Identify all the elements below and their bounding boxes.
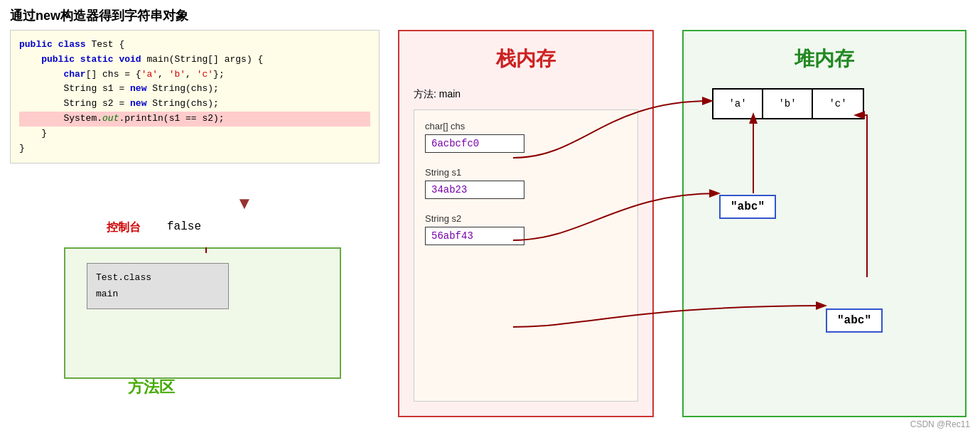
stack-var-label-s2: String s2	[425, 213, 627, 224]
stack-addr-s2: 56abf43	[425, 227, 524, 245]
stack-title: 栈内存	[496, 45, 556, 72]
method-inner-box: Test.class main	[87, 263, 229, 309]
stack-var-s2: String s2 56abf43	[425, 213, 627, 245]
stack-var-s1: String s1 34ab23	[425, 167, 627, 199]
heap-title: 堆内存	[795, 45, 854, 72]
code-block: public class Test { public static void m…	[10, 30, 379, 163]
stack-frame: char[] chs 6acbcfc0 String s1 34ab23 Str…	[414, 109, 638, 402]
page-title: 通过new构造器得到字符串对象	[10, 7, 188, 24]
watermark: CSDN @Rec11	[910, 419, 970, 429]
code-line-4: String s1 = new String(chs);	[19, 82, 370, 97]
class-name: Test.class	[96, 269, 220, 286]
console-value: false	[167, 220, 201, 233]
stack-var-chs: char[] chs 6acbcfc0	[425, 121, 627, 153]
stack-addr-s1: 34ab23	[425, 181, 524, 199]
down-arrow-icon: ▼	[236, 193, 253, 213]
heap-memory-box: 堆内存 'a' 'b' 'c' "abc" "abc"	[682, 30, 966, 417]
heap-string-1: "abc"	[719, 195, 776, 219]
heap-string-2: "abc"	[826, 308, 883, 333]
stack-addr-chs: 6acbcfc0	[425, 134, 524, 153]
code-line-3: char[] chs = {'a', 'b', 'c'};	[19, 68, 370, 82]
method-area-box: Test.class main	[64, 247, 341, 379]
method-name: main	[96, 286, 220, 302]
stack-var-label-s1: String s1	[425, 167, 627, 178]
method-area-label: 方法区	[128, 377, 175, 398]
char-cell-b: 'b'	[763, 90, 813, 118]
stack-method-label: 方法: main	[414, 88, 461, 101]
char-array: 'a' 'b' 'c'	[712, 88, 864, 119]
char-cell-c: 'c'	[813, 90, 863, 118]
console-label: 控制台	[107, 220, 141, 235]
char-cell-a: 'a'	[714, 90, 763, 118]
code-line-2: public static void main(String[] args) {	[19, 53, 370, 68]
code-line-1: public class Test {	[19, 38, 370, 53]
code-line-5: String s2 = new String(chs);	[19, 97, 370, 112]
code-line-7: }	[19, 127, 370, 141]
code-line-8: }	[19, 141, 370, 156]
code-line-6: System.out.println(s1 == s2);	[19, 112, 370, 127]
stack-memory-box: 栈内存 方法: main char[] chs 6acbcfc0 String …	[398, 30, 654, 417]
stack-var-label-chs: char[] chs	[425, 121, 627, 131]
